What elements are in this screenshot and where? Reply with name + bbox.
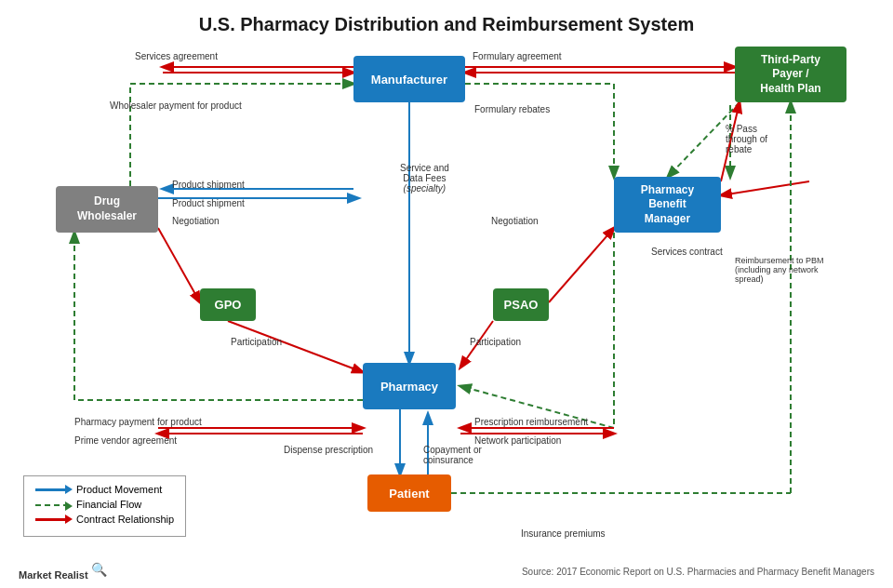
label-services-agreement: Services agreement — [135, 51, 218, 61]
label-negotiation-2: Negotiation — [491, 216, 539, 226]
label-pharmacy-payment: Pharmacy payment for product — [74, 417, 202, 427]
label-wholesaler-payment: Wholesaler payment for product — [110, 100, 242, 111]
node-pbm: PharmacyBenefitManager — [614, 177, 721, 233]
label-service-data-fees: Service andData Fees(specialty) — [400, 163, 449, 194]
label-reimbursement-pbm: Reimbursement to PBM(including any netwo… — [735, 256, 824, 284]
label-prescription-reimbursement: Prescription reimbursement — [474, 417, 588, 427]
label-prime-vendor: Prime vendor agreement — [74, 435, 177, 446]
node-psao: PSAO — [493, 288, 549, 321]
node-third-party: Third-PartyPayer /Health Plan — [735, 47, 846, 102]
diagram-container: U.S. Pharmacy Distribution and Reimburse… — [0, 0, 893, 588]
branding: Market Realist 🔍 — [19, 562, 107, 581]
label-insurance-premiums: Insurance premiums — [521, 528, 606, 539]
label-copayment: Copayment orcoinsurance — [423, 445, 482, 465]
legend-product-movement: Product Movement — [35, 484, 174, 495]
label-dispense-prescription: Dispense prescription — [284, 445, 373, 455]
node-gpo: GPO — [200, 288, 256, 321]
label-product-shipment-1: Product shipment — [172, 180, 245, 190]
label-participation-1: Participation — [231, 337, 282, 347]
node-pharmacy: Pharmacy — [363, 363, 456, 409]
label-participation-2: Participation — [470, 337, 521, 347]
label-pass-through: % Passthrough ofrebate — [726, 124, 767, 154]
legend: Product Movement Financial Flow Contract… — [23, 475, 186, 537]
svg-line-6 — [158, 228, 200, 302]
label-services-contract: Services contract — [651, 247, 723, 257]
label-formulary-agreement: Formulary agreement — [473, 51, 562, 61]
legend-financial-flow: Financial Flow — [35, 499, 174, 510]
legend-contract-relationship: Contract Relationship — [35, 514, 174, 525]
svg-line-7 — [549, 228, 614, 302]
node-manufacturer: Manufacturer — [353, 56, 465, 102]
svg-line-12 — [721, 181, 809, 195]
label-formulary-rebates: Formulary rebates — [474, 104, 550, 114]
node-patient: Patient — [367, 474, 451, 512]
source-note: Source: 2017 Economic Report on U.S. Pha… — [522, 567, 874, 577]
label-negotiation-1: Negotiation — [172, 216, 220, 226]
label-product-shipment-2: Product shipment — [172, 198, 245, 208]
node-drug-wholesaler: DrugWholesaler — [56, 186, 158, 233]
label-network-participation: Network participation — [474, 435, 561, 446]
